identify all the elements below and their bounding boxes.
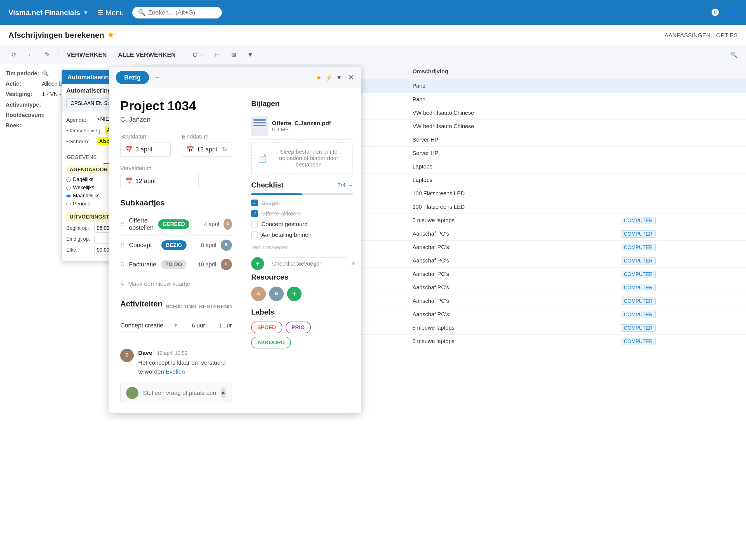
project-chevron-icon[interactable]: ▼ [336, 75, 342, 81]
comment-link-evelien[interactable]: Evelien [166, 368, 185, 375]
row-omschrijving-17: Aanschaf PC's [408, 308, 616, 321]
einddatum-field: Einddatum 📅 12 april ↻ [182, 134, 232, 157]
startdatum-value[interactable]: 📅 3 april [120, 142, 171, 157]
checklist-dropdown-icon[interactable]: ▼ [351, 261, 356, 267]
svg-text:C: C [225, 262, 228, 266]
subcard-drag-icon-2[interactable]: ⠿ [120, 242, 124, 249]
new-card-label: Maak een nieuw kaartje [128, 280, 190, 287]
status-bezig-button[interactable]: Bezig [116, 71, 149, 84]
checklist-arrow-icon[interactable]: → [347, 182, 353, 188]
row-extra-14[interactable]: COMPUTER [616, 268, 746, 281]
bookmark-button[interactable]: ⊢ [212, 50, 223, 60]
checklist-progress-bar-container [251, 193, 353, 195]
maandelijks-label: Maandelijks [73, 193, 99, 199]
favorite-star-icon[interactable]: ★ [107, 31, 114, 39]
activiteit-chevron-icon[interactable]: ▼ [173, 323, 178, 329]
row-omschrijving-10: 5 nieuwe laptops [408, 214, 616, 227]
help-icon[interactable]: ⓿ [712, 8, 719, 17]
checklist-checkbox-aanbetaling[interactable] [251, 231, 258, 238]
new-card-link[interactable]: ↳ Maak een nieuw kaartje [120, 278, 232, 289]
svg-text:A: A [226, 221, 229, 226]
row-omschrijving-6: Laptops [408, 160, 616, 173]
search-box[interactable]: 🔍 [132, 7, 222, 19]
subcard-status-2[interactable]: BEZIG [162, 241, 186, 250]
label-spoed[interactable]: SPOED [251, 321, 282, 333]
subcard-status-3[interactable]: TO DO [161, 260, 186, 269]
add-resource-button[interactable]: + [287, 286, 302, 301]
row-extra-12[interactable]: COMPUTER [616, 241, 746, 254]
vervaldatum-value[interactable]: 📅 12 april [120, 174, 199, 188]
filter-button[interactable]: ▼ [245, 50, 256, 60]
resource-avatar-1: A [251, 286, 266, 301]
verwerken-button[interactable]: VERWERKEN [64, 50, 110, 60]
row-omschrijving-13: Aanschaf PC's [408, 254, 616, 268]
col-omschrijving[interactable]: Omschrijving [408, 64, 616, 79]
comment-input[interactable] [143, 390, 216, 396]
subcard-date-1: 4 april [194, 221, 219, 227]
row-omschrijving-15: Aanschaf PC's [408, 281, 616, 295]
edit-button[interactable]: ✎ [42, 50, 53, 60]
alle-verwerken-button[interactable]: ALLE VERWERKEN [115, 50, 178, 60]
aanpassingen-link[interactable]: AANPASSINGEN [665, 32, 711, 38]
einddatum-refresh-icon[interactable]: ↻ [222, 146, 227, 153]
opties-link[interactable]: OPTIES [716, 32, 738, 38]
checklist-checkbox-budget[interactable]: ✓ [251, 199, 258, 206]
einddatum-label: Einddatum [182, 134, 232, 140]
periode-radio[interactable] [66, 202, 71, 206]
checklist-count: 2/4 → [337, 181, 353, 189]
row-omschrijving-4: Server HP [408, 133, 616, 147]
attachment-name[interactable]: Offerte_C.Janzen.pdf [272, 120, 331, 127]
row-extra-18[interactable]: COMPUTER [616, 321, 746, 335]
search-right-icon[interactable]: 🔍 [730, 52, 738, 58]
activiteit-schatting-1: 6 uur [183, 322, 205, 329]
comment-send-button[interactable]: ➤ [221, 387, 226, 398]
checklist-add-item[interactable]: Item toevoegen [251, 242, 353, 253]
search-input[interactable] [148, 9, 216, 16]
omschrijving-label: • Omschrijving: [66, 127, 102, 134]
col-extra [616, 64, 746, 79]
brand-logo[interactable]: Visma.net Financials ▼ [8, 8, 89, 17]
row-extra-19[interactable]: COMPUTER [616, 335, 746, 348]
project-close-icon[interactable]: ✕ [348, 73, 354, 82]
c-arrow-button[interactable]: C→ [190, 50, 206, 60]
label-akkoord[interactable]: AKKOORD [251, 337, 291, 348]
row-extra-17[interactable]: COMPUTER [616, 308, 746, 321]
add-checklist-button[interactable]: + [251, 257, 264, 270]
tab-gegevens[interactable]: GEGEVENS [62, 151, 102, 164]
subcard-status-1[interactable]: GEREED [158, 219, 190, 229]
subcard-drag-icon-3[interactable]: ⠿ [120, 261, 124, 268]
row-extra-10[interactable]: COMPUTER [616, 214, 746, 227]
vervaldatum-text: 12 april [135, 177, 155, 185]
einddatum-value[interactable]: 📅 12 april ↻ [182, 142, 232, 157]
top-navigation: Visma.net Financials ▼ ☰ Menu 🔍 ⓿ 👤 [0, 0, 746, 25]
subcard-date-2: 8 april [191, 242, 216, 249]
checklist-checkbox-concept[interactable] [251, 221, 258, 227]
checklist-checkbox-offerte[interactable]: ✓ [251, 210, 258, 217]
dagelijks-radio[interactable] [66, 177, 71, 182]
row-extra-16[interactable]: COMPUTER [616, 295, 746, 308]
checklist-input[interactable] [268, 257, 347, 270]
label-prio[interactable]: PRIO [286, 321, 311, 333]
upload-zone[interactable]: 📄 Sleep bestanden om te uploaden of blad… [251, 142, 353, 174]
refresh-button[interactable]: ↺ [8, 50, 19, 60]
row-extra-13[interactable]: COMPUTER [616, 254, 746, 268]
einddatum-calendar-icon: 📅 [186, 146, 194, 153]
row-extra-11[interactable]: COMPUTER [616, 227, 746, 241]
row-extra-15[interactable]: COMPUTER [616, 281, 746, 295]
maandelijks-radio[interactable] [66, 194, 71, 198]
subcard-facturatie: ⠿ Facturatie TO DO 10 april C [120, 255, 232, 274]
back-button[interactable]: ← [25, 50, 36, 60]
project-bolt-icon[interactable]: ⚡ [325, 74, 333, 81]
project-star-icon[interactable]: ★ [316, 74, 322, 81]
subkaartjes-title: Subkaartjes [120, 198, 232, 207]
status-arrow-icon[interactable]: → [152, 72, 162, 83]
user-icon[interactable]: 👤 [728, 8, 738, 17]
activiteiten-title: Activiteiten [120, 300, 163, 308]
clear-button[interactable]: ⊠ [228, 50, 239, 60]
wekelijks-radio[interactable] [66, 186, 71, 190]
menu-button[interactable]: ☰ Menu [97, 8, 124, 17]
attachment-pdf-icon [251, 116, 268, 136]
labels-row: SPOED PRIO AKKOORD [251, 321, 353, 348]
subcard-drag-icon-1[interactable]: ⠿ [120, 221, 124, 227]
project-owner: C. Janzen [120, 116, 232, 123]
